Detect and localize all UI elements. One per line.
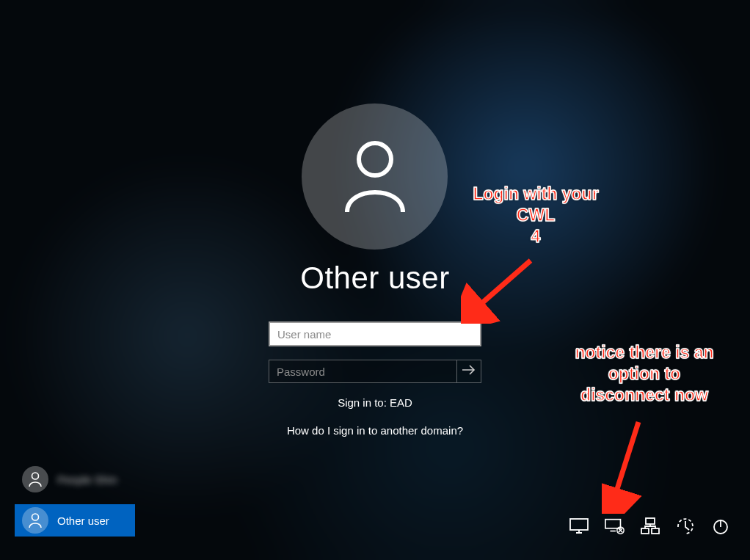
user-avatar [302, 103, 448, 250]
svg-rect-7 [641, 528, 649, 534]
username-input[interactable] [269, 321, 481, 346]
ease-of-access-icon[interactable] [675, 517, 696, 535]
svg-rect-8 [652, 528, 659, 534]
user-list-label: People Shm [57, 473, 117, 486]
password-input[interactable] [269, 360, 456, 383]
user-silhouette-icon [340, 137, 410, 217]
user-mini-avatar [22, 466, 48, 492]
svg-point-0 [359, 143, 391, 175]
disconnect-icon[interactable] [605, 517, 625, 535]
arrow-right-icon [462, 364, 476, 379]
other-domain-link[interactable]: How do I sign in to another domain? [0, 424, 750, 437]
user-list-label: Other user [57, 514, 109, 527]
user-list-item-1[interactable]: Other user [15, 504, 135, 537]
svg-rect-3 [570, 519, 588, 530]
svg-point-2 [32, 514, 39, 520]
submit-button[interactable] [456, 360, 481, 383]
svg-rect-4 [605, 520, 621, 528]
power-icon[interactable] [710, 517, 731, 535]
monitor-icon[interactable] [569, 517, 590, 535]
login-title: Other user [0, 261, 750, 296]
svg-point-1 [32, 473, 39, 479]
network-icon[interactable] [640, 517, 660, 535]
user-list-item-0[interactable]: People Shm [15, 463, 135, 495]
signin-to-label: Sign in to: EAD [0, 396, 750, 409]
user-mini-avatar [22, 507, 48, 534]
svg-rect-6 [646, 518, 655, 524]
